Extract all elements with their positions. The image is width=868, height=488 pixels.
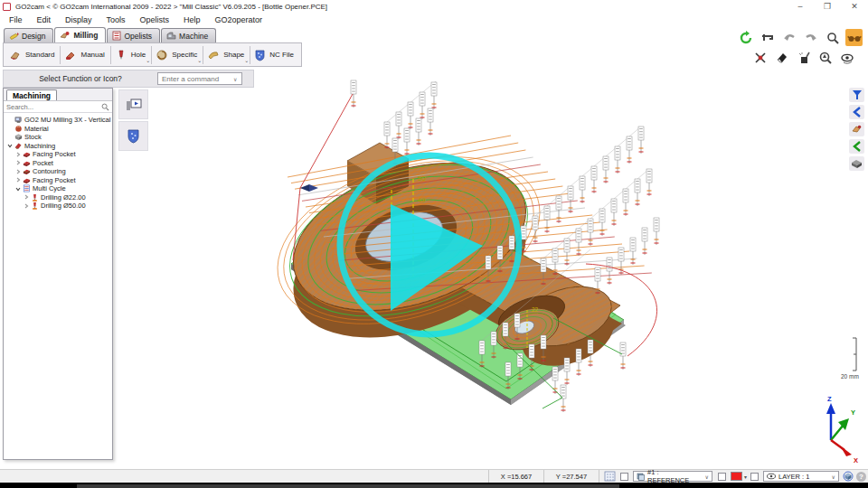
layer-dropdown[interactable]: LAYER : 1 ∨: [763, 471, 839, 482]
axis-x-label: X: [854, 456, 858, 465]
command-bar: Select Function or Icon? ∨: [3, 70, 254, 88]
caliper-measure-icon[interactable]: [759, 29, 776, 46]
maximize-button[interactable]: ❐: [814, 1, 841, 13]
previous-green-icon[interactable]: [849, 139, 864, 154]
tree-item-drilling-22[interactable]: Drilling Ø22.00: [4, 193, 112, 202]
menu-opelists[interactable]: Opelists: [133, 15, 177, 24]
clean-wand-icon[interactable]: [795, 49, 812, 66]
close-button[interactable]: ✕: [841, 1, 868, 13]
tab-design[interactable]: Design: [4, 28, 53, 42]
view-glasses-icon[interactable]: [845, 29, 863, 46]
chevron-collapsed-icon[interactable]: [14, 160, 21, 165]
depth-label-49: 49: [418, 196, 426, 204]
menu-tools[interactable]: Tools: [99, 15, 133, 24]
tree-item-pocket[interactable]: Pocket: [4, 159, 112, 168]
menu-display[interactable]: Display: [58, 15, 99, 24]
specific-button[interactable]: Specific ⌄: [152, 47, 203, 63]
manual-button[interactable]: Manual: [61, 47, 109, 63]
regenerate-icon[interactable]: [737, 29, 754, 46]
zoom-fit-icon[interactable]: [816, 49, 834, 66]
eraser-icon[interactable]: [773, 49, 790, 66]
chevron-expanded-icon[interactable]: [6, 143, 13, 148]
tree-search: [4, 101, 112, 113]
chevron-collapsed-icon[interactable]: [14, 152, 21, 157]
tree-item-multi-cycle[interactable]: Multi Cycle: [4, 184, 112, 193]
tree-item-machining[interactable]: Machining: [4, 142, 112, 151]
menu-help[interactable]: Help: [176, 15, 208, 24]
tab-machining[interactable]: Machining: [6, 89, 57, 100]
milling-icon: [60, 31, 71, 41]
help-button[interactable]: ?: [856, 472, 866, 482]
diameter-label-22: 22: [532, 306, 539, 313]
panel-tab-strip: Machining: [4, 89, 112, 101]
view-cube-button[interactable]: [843, 470, 854, 483]
view-cube-icon: [843, 471, 854, 482]
tool-manager-button[interactable]: [118, 121, 148, 151]
chevron-collapsed-icon[interactable]: [23, 203, 29, 209]
color-picker[interactable]: ▾: [731, 470, 747, 483]
chevron-down-icon[interactable]: ⌄: [197, 57, 202, 63]
standard-button[interactable]: Standard: [5, 47, 60, 63]
chevron-collapsed-icon[interactable]: [23, 194, 29, 200]
redo-icon[interactable]: [802, 29, 819, 46]
reference-dropdown[interactable]: #1 : REFERENCE ∨: [633, 471, 712, 482]
menu-go2operator[interactable]: GO2operator: [208, 15, 270, 24]
zoom-search-icon[interactable]: [824, 29, 841, 46]
scale-label: 20 mm: [841, 373, 859, 380]
tree-item-stock[interactable]: Stock: [4, 133, 112, 142]
opelists-icon: [112, 31, 121, 41]
hole-drill-icon: [115, 49, 127, 61]
tree-item-facing-pocket-2[interactable]: Facing Pocket: [4, 176, 112, 185]
status-bar: X =15.667 Y =27.547 #1 : REFERENCE ∨ ▾ L…: [0, 469, 868, 483]
undo-icon[interactable]: [780, 29, 797, 46]
tab-opelists[interactable]: Opelists: [107, 28, 160, 42]
tree-item-material[interactable]: Material: [4, 125, 112, 134]
tab-machine[interactable]: Machine: [161, 28, 216, 42]
standard-cycle-icon: [9, 49, 22, 61]
tree-item-drilling-50[interactable]: Drilling Ø50.00: [4, 202, 112, 211]
tree-item-facing-pocket-1[interactable]: Facing Pocket: [4, 150, 112, 159]
stock-display-icon[interactable]: [849, 156, 864, 171]
contouring-icon: [23, 167, 31, 175]
command-input[interactable]: [157, 72, 242, 85]
chevron-down-icon[interactable]: ⌄: [146, 57, 150, 63]
window-title: GO2cam < © GO2cam International 2009 - 2…: [15, 3, 327, 11]
tree-item-machine[interactable]: GO2 MU Milling 3X - Vertical: [4, 116, 112, 125]
filter-icon[interactable]: [849, 88, 864, 102]
minimize-button[interactable]: –: [787, 1, 814, 13]
shape-button[interactable]: Shape ⌄: [203, 47, 250, 63]
hole-button[interactable]: Hole ⌄: [111, 47, 151, 63]
machine-post-icon: [14, 116, 23, 124]
title-bar: GO2cam < © GO2cam International 2009 - 2…: [0, 0, 868, 13]
facing-pocket-icon: [23, 176, 31, 184]
nc-file-button[interactable]: NC File: [250, 47, 299, 63]
multi-cycle-icon: [23, 184, 31, 192]
tab-milling[interactable]: Milling: [54, 27, 106, 42]
previous-blue-icon[interactable]: [849, 105, 864, 119]
reference-checkbox[interactable]: [620, 473, 628, 481]
pocket-icon: [23, 159, 31, 167]
search-input[interactable]: [6, 103, 101, 111]
grid-toggle[interactable]: [604, 470, 616, 483]
chevron-collapsed-icon[interactable]: [14, 169, 21, 174]
chevron-expanded-icon[interactable]: [14, 186, 21, 192]
specific-cycle-icon: [156, 49, 168, 61]
color-checkbox[interactable]: [718, 473, 726, 481]
axis-z-label: Z: [827, 395, 832, 403]
chevron-down-icon[interactable]: ⌄: [244, 57, 249, 63]
measure-tools-icon[interactable]: [751, 49, 769, 66]
simulation-icon: [126, 98, 142, 112]
menu-file[interactable]: File: [2, 15, 30, 24]
video-progress-bar[interactable]: [0, 483, 868, 488]
tool-display-icon[interactable]: [849, 122, 864, 136]
menu-edit[interactable]: Edit: [30, 15, 59, 24]
tree-item-contouring[interactable]: Contouring: [4, 167, 112, 176]
quick-access-row-1: [737, 29, 863, 46]
chevron-collapsed-icon[interactable]: [14, 177, 21, 183]
layer-checkbox[interactable]: [750, 473, 759, 481]
command-prompt-label: Select Function or Icon?: [4, 74, 157, 83]
dynamic-view-eye-icon[interactable]: [838, 49, 855, 66]
stock-icon: [14, 133, 23, 141]
chevron-down-icon: ▾: [744, 474, 747, 480]
simulation-button[interactable]: [118, 89, 148, 119]
